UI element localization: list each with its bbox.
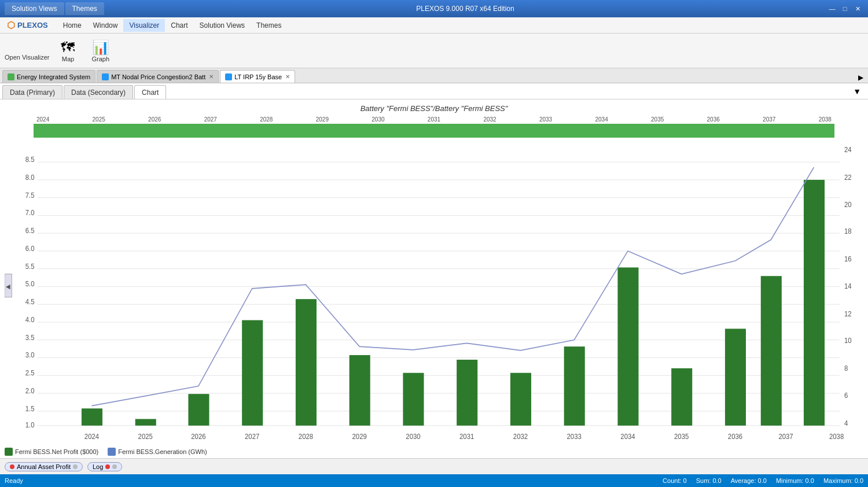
menu-home[interactable]: Home [57, 19, 87, 32]
lt-irp-tab-icon [225, 73, 232, 80]
minimize-button[interactable]: — [826, 3, 838, 14]
main-area: Battery "Fermi BESS"/Battery "Fermi BESS… [0, 99, 868, 458]
menu-visualizer[interactable]: Visualizer [123, 19, 165, 32]
legend: Fermi BESS.Net Profit ($000) Fermi BESS.… [0, 445, 868, 458]
profit-dot [10, 464, 14, 469]
svg-text:22: 22 [844, 173, 852, 182]
menu-window[interactable]: Window [87, 19, 124, 32]
bar-2031 [457, 360, 477, 426]
graph-label: Graph [91, 56, 109, 62]
sub-tab-data-primary[interactable]: Data (Primary) [2, 85, 62, 99]
svg-text:2025: 2025 [138, 432, 153, 441]
app-logo: ⬡ PLEXOS [2, 20, 53, 31]
doc-tab-mt-nodal[interactable]: MT Nodal Price Congestion2 Batt ✕ [97, 70, 219, 83]
sub-tabs: Data (Primary) Data (Secondary) Chart ▼ [0, 83, 868, 99]
svg-text:5.5: 5.5 [25, 262, 35, 271]
log-dot2 [112, 464, 117, 469]
log-dot [105, 464, 110, 469]
svg-text:8.5: 8.5 [25, 156, 35, 164]
svg-text:6.0: 6.0 [25, 244, 35, 253]
graph-button[interactable]: 📊 Graph [86, 36, 115, 65]
sub-tab-chart[interactable]: Chart [134, 85, 166, 99]
bar-2037 [761, 276, 782, 426]
title-bar: Solution Views Themes PLEXOS 9.000 R07 x… [0, 0, 868, 17]
svg-text:2028: 2028 [299, 432, 314, 441]
svg-text:7.0: 7.0 [25, 209, 35, 217]
doc-tab-scroll: ▶ [856, 72, 866, 83]
energy-tab-icon [8, 73, 14, 80]
svg-text:2034: 2034 [620, 432, 635, 441]
green-band [34, 124, 834, 138]
bar-2027 [242, 320, 263, 426]
menu-chart[interactable]: Chart [165, 19, 193, 32]
bar-2026 [188, 394, 209, 426]
svg-text:3.5: 3.5 [25, 333, 35, 342]
bar-2025 [135, 419, 156, 425]
profit-dot2 [73, 464, 78, 469]
title-nav-themes[interactable]: Themes [65, 2, 104, 15]
status-minimum: Minimum: 0.0 [776, 477, 814, 484]
menu-solution-views[interactable]: Solution Views [194, 19, 251, 32]
window-controls: — □ ✕ [826, 3, 863, 14]
menu-themes[interactable]: Themes [251, 19, 287, 32]
svg-text:16: 16 [844, 255, 852, 264]
close-button[interactable]: ✕ [852, 3, 863, 14]
svg-text:8.0: 8.0 [25, 173, 35, 182]
svg-text:5.0: 5.0 [25, 280, 35, 289]
bar-2032 [510, 373, 531, 426]
svg-text:3.0: 3.0 [25, 351, 35, 360]
annual-asset-profit-tag[interactable]: Annual Asset Profit [5, 462, 83, 471]
status-average: Average: 0.0 [731, 477, 767, 484]
bar-2034 [617, 267, 638, 425]
svg-text:18: 18 [844, 227, 852, 236]
svg-text:14: 14 [844, 282, 852, 290]
svg-text:6.5: 6.5 [25, 227, 35, 235]
collapse-panel-icon[interactable]: ▼ [848, 84, 866, 98]
svg-text:◀: ◀ [6, 282, 11, 290]
status-stats: Count: 0 Sum: 0.0 Average: 0.0 Minimum: … [663, 477, 863, 484]
map-icon: 🗺 [61, 39, 75, 56]
bar-2035 [671, 368, 692, 426]
svg-text:6: 6 [844, 391, 848, 400]
svg-text:4.0: 4.0 [25, 315, 35, 324]
svg-text:2.0: 2.0 [25, 386, 35, 395]
main-chart-svg: 1.0 1.5 2.0 2.5 3.0 3.5 4.0 4.5 5.0 5.5 … [5, 142, 863, 445]
svg-text:10: 10 [844, 337, 852, 345]
window-title: PLEXOS 9.000 R07 x64 Edition [416, 5, 514, 13]
menu-bar: ⬡ PLEXOS Home Window Visualizer Chart So… [0, 17, 868, 34]
doc-tab-lt-irp[interactable]: LT IRP 15y Base ✕ [220, 70, 295, 83]
title-left: Solution Views Themes [5, 2, 104, 15]
svg-text:2037: 2037 [778, 432, 793, 441]
title-nav-solution-views[interactable]: Solution Views [5, 2, 64, 15]
bar-2028 [296, 299, 317, 426]
svg-text:2027: 2027 [245, 432, 260, 441]
map-label: Map [62, 56, 74, 62]
svg-text:2036: 2036 [728, 432, 743, 441]
chart-title: Battery "Fermi BESS"/Battery "Fermi BESS… [5, 104, 863, 113]
bar-2036 [725, 329, 746, 425]
svg-text:2026: 2026 [191, 432, 206, 441]
svg-chart-wrapper: 1.0 1.5 2.0 2.5 3.0 3.5 4.0 4.5 5.0 5.5 … [5, 142, 863, 445]
svg-text:2030: 2030 [406, 432, 421, 441]
status-ready: Ready [5, 477, 23, 484]
maximize-button[interactable]: □ [839, 3, 851, 14]
svg-text:2029: 2029 [352, 432, 367, 441]
map-button[interactable]: 🗺 Map [54, 36, 82, 65]
svg-text:2031: 2031 [459, 432, 475, 441]
legend-color-generation [108, 448, 116, 456]
chart-container: Battery "Fermi BESS"/Battery "Fermi BESS… [0, 99, 868, 445]
svg-text:8: 8 [844, 364, 848, 373]
svg-text:4.5: 4.5 [25, 298, 35, 307]
status-sum: Sum: 0.0 [696, 477, 722, 484]
lt-irp-close-icon[interactable]: ✕ [285, 73, 290, 80]
svg-text:24: 24 [844, 146, 852, 154]
sub-tab-data-secondary[interactable]: Data (Secondary) [64, 85, 133, 99]
mt-nodal-close-icon[interactable]: ✕ [209, 73, 214, 80]
legend-color-profit [5, 448, 13, 456]
bar-2024 [82, 408, 102, 426]
log-tag[interactable]: Log [87, 462, 122, 471]
legend-item-generation: Fermi BESS.Generation (GWh) [108, 448, 207, 456]
graph-icon: 📊 [92, 39, 109, 56]
bar-2029 [350, 355, 370, 426]
doc-tab-energy[interactable]: Energy Integrated System [2, 70, 95, 83]
